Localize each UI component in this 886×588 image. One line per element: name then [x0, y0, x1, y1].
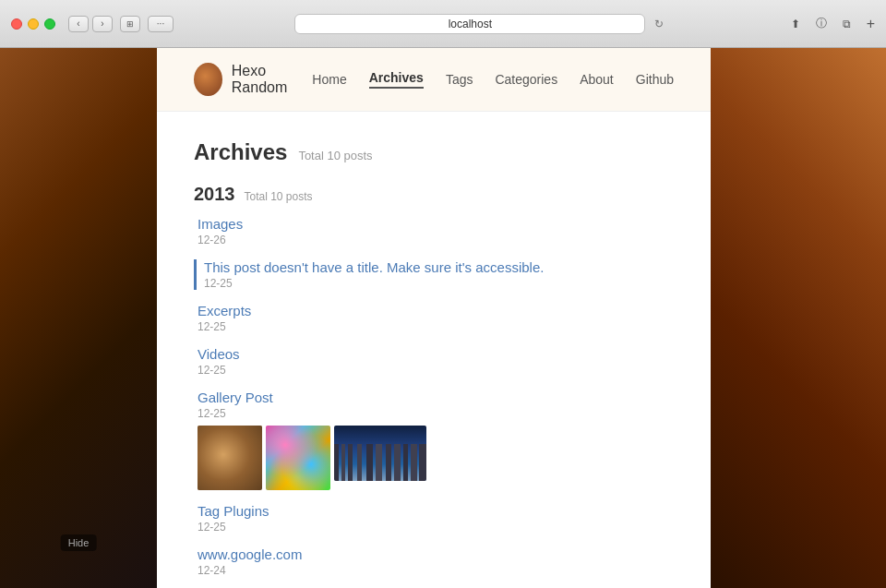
gallery-thumb-colorful[interactable]: [266, 426, 330, 490]
year-label: 2013: [194, 184, 235, 205]
post-link-notitle[interactable]: This post doesn't have a title. Make sur…: [204, 259, 674, 275]
nav-github[interactable]: Github: [636, 72, 674, 87]
site-logo: Hexo Random: [194, 63, 312, 96]
maximize-button[interactable]: [44, 18, 55, 30]
url-text: localhost: [449, 18, 492, 30]
post-link-gallery[interactable]: Gallery Post: [198, 390, 674, 405]
post-date-videos: 12-25: [198, 364, 674, 377]
browser-nav-buttons: ‹ ›: [68, 16, 113, 32]
hide-button[interactable]: Hide: [61, 534, 97, 551]
site-header: Hexo Random Home Archives Tags Categorie…: [157, 48, 711, 112]
nav-home[interactable]: Home: [312, 72, 346, 87]
browser-actions: ⬆ ⓘ ⧉ +: [785, 16, 875, 32]
gallery-thumb-city[interactable]: [334, 426, 426, 481]
address-bar-container: localhost ↻: [181, 14, 778, 34]
nav-about[interactable]: About: [580, 72, 614, 87]
page-subtitle: Total 10 posts: [298, 149, 372, 162]
share-button[interactable]: ⬆: [785, 16, 806, 32]
dots-button[interactable]: ···: [148, 16, 174, 32]
list-item: This post doesn't have a title. Make sur…: [194, 259, 674, 290]
back-button[interactable]: ‹: [68, 16, 89, 32]
list-item: www.google.com 12-24: [194, 546, 674, 577]
list-item: Tag Plugins 12-25: [194, 503, 674, 534]
bg-left-panel: Hide: [0, 48, 157, 588]
post-date-excerpts: 12-25: [198, 320, 674, 333]
year-count: Total 10 posts: [245, 190, 313, 203]
window-button[interactable]: ⧉: [837, 16, 857, 32]
list-item: Excerpts 12-25: [194, 303, 674, 333]
page-title: Archives: [194, 139, 287, 165]
close-button[interactable]: [11, 18, 22, 30]
nav-archives[interactable]: Archives: [369, 70, 424, 89]
sidebar-toggle-button[interactable]: ⊞: [120, 16, 140, 32]
list-item: Videos 12-25: [194, 346, 674, 377]
post-link-google[interactable]: www.google.com: [198, 546, 674, 562]
list-item: Images 12-26: [194, 216, 674, 246]
browser-chrome: ‹ › ⊞ ··· localhost ↻ ⬆ ⓘ ⧉ +: [0, 0, 886, 48]
logo-avatar: [194, 63, 222, 96]
post-link-tagplugins[interactable]: Tag Plugins: [198, 503, 674, 519]
post-date-google: 12-24: [198, 564, 674, 577]
site-nav: Home Archives Tags Categories About Gith…: [312, 70, 674, 89]
gallery-thumbnails: [198, 426, 674, 490]
post-link-videos[interactable]: Videos: [198, 346, 674, 362]
nav-tags[interactable]: Tags: [446, 72, 473, 87]
add-tab-button[interactable]: +: [867, 16, 875, 32]
list-item: Gallery Post 12-25: [194, 390, 674, 490]
year-section: 2013 Total 10 posts Images 12-26 This po…: [194, 184, 674, 588]
bg-right-panel: [711, 48, 886, 588]
post-date-notitle: 12-25: [204, 277, 674, 290]
gallery-thumb-cat[interactable]: [198, 426, 262, 490]
forward-button[interactable]: ›: [92, 16, 113, 32]
site-name: Hexo Random: [232, 63, 313, 96]
reload-button[interactable]: ↻: [654, 18, 664, 30]
logo-image: [194, 63, 222, 96]
post-date-gallery: 12-25: [198, 407, 674, 420]
nav-categories[interactable]: Categories: [495, 72, 557, 87]
info-button[interactable]: ⓘ: [811, 16, 832, 32]
background-wrap: Hide Hexo Random Home Archives Tags Cate…: [0, 48, 886, 588]
traffic-lights: [11, 18, 55, 30]
minimize-button[interactable]: [28, 18, 39, 30]
main-content[interactable]: Hexo Random Home Archives Tags Categorie…: [157, 48, 711, 588]
page-title-row: Archives Total 10 posts: [194, 139, 674, 165]
year-header: 2013 Total 10 posts: [194, 184, 674, 205]
post-link-images[interactable]: Images: [198, 216, 674, 232]
post-link-excerpts[interactable]: Excerpts: [198, 303, 674, 318]
post-date-tagplugins: 12-25: [198, 521, 674, 534]
address-bar[interactable]: localhost: [294, 14, 645, 34]
page-content: Archives Total 10 posts 2013 Total 10 po…: [157, 112, 711, 588]
post-date-images: 12-26: [198, 234, 674, 246]
